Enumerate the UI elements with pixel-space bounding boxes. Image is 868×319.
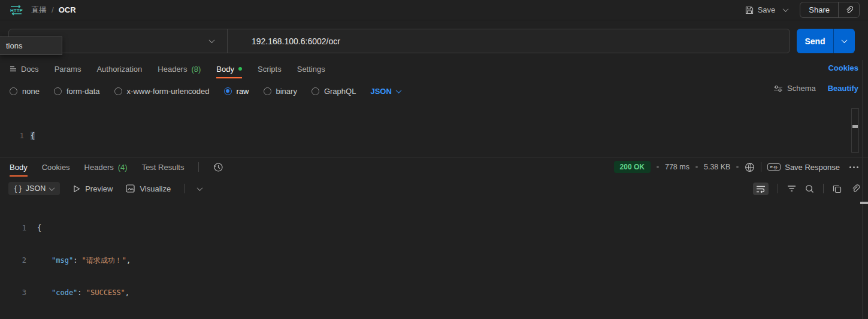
line-number: 2: [0, 255, 26, 266]
send-options-chevron[interactable]: [833, 29, 855, 53]
viewer-icon-toolbar: [753, 183, 860, 195]
status-badge[interactable]: 200 OK: [614, 161, 651, 173]
json-value: "SUCCESS": [86, 288, 125, 297]
response-tab-test-results[interactable]: Test Results: [142, 163, 185, 172]
radio-graphql[interactable]: GraphQL: [311, 87, 356, 96]
copy-link-button[interactable]: [838, 2, 859, 17]
beautify-button[interactable]: Beautify: [828, 84, 858, 93]
play-icon: [73, 185, 80, 193]
topbar-actions: Save Share: [745, 2, 860, 18]
save-label: Save: [758, 5, 776, 14]
response-body-viewer[interactable]: 1 { 2 "msg": "请求成功！", 3 "code": "SUCCESS…: [0, 201, 863, 319]
breadcrumb-separator: /: [52, 5, 54, 14]
send-button[interactable]: Send: [797, 29, 833, 53]
request-response-divider[interactable]: [0, 157, 868, 157]
tab-docs-label: Docs: [21, 65, 39, 74]
code-line: 3 "code": "SUCCESS",: [0, 287, 863, 298]
response-tab-cookies[interactable]: Cookies: [42, 163, 70, 172]
tab-scripts[interactable]: Scripts: [258, 65, 282, 74]
response-format-dropdown[interactable]: { } JSON: [8, 182, 60, 195]
tab-docs[interactable]: Docs: [10, 65, 39, 74]
response-header: Body Cookies Headers (4) Test Results 20…: [10, 158, 858, 176]
copy-icon[interactable]: [833, 184, 842, 193]
save-response-button[interactable]: e.g. Save Response: [767, 163, 840, 172]
divider: [198, 162, 199, 172]
editor-scrollbar[interactable]: [851, 108, 859, 153]
tab-body[interactable]: Body: [216, 65, 242, 74]
link-icon[interactable]: [851, 184, 860, 193]
response-size[interactable]: 5.38 KB: [704, 163, 730, 171]
format-chevron-icon: [49, 185, 55, 191]
raw-format-label: JSON: [370, 87, 391, 96]
save-button[interactable]: Save: [745, 5, 776, 14]
response-toolbar: { } JSON Preview Visualize: [8, 180, 860, 197]
radio-urlencoded[interactable]: x-www-form-urlencoded: [114, 87, 210, 96]
schema-button[interactable]: Schema: [773, 84, 816, 93]
image-icon: [126, 184, 135, 193]
radio-urlencoded-label: x-www-form-urlencoded: [127, 87, 210, 96]
body-type-options: none form-data x-www-form-urlencoded raw…: [10, 84, 401, 98]
tab-headers[interactable]: Headers (8): [158, 65, 201, 74]
example-icon: e.g.: [767, 163, 781, 171]
body-toolbar-right: Schema Beautify: [773, 84, 858, 93]
visualize-button[interactable]: Visualize: [126, 184, 171, 193]
response-tab-body[interactable]: Body: [10, 163, 28, 172]
divider: [823, 184, 824, 193]
wrap-text-icon[interactable]: [753, 183, 769, 195]
radio-none-label: none: [22, 87, 40, 96]
cookies-link[interactable]: Cookies: [828, 63, 858, 72]
response-scrollbar-handle[interactable]: [860, 202, 868, 204]
radio-selected-icon: [224, 87, 232, 95]
radio-form-data[interactable]: form-data: [54, 87, 100, 96]
url-input[interactable]: [228, 37, 790, 46]
save-dropdown-chevron-icon[interactable]: [783, 6, 789, 12]
json-value: "请求成功！": [82, 256, 126, 265]
radio-form-data-label: form-data: [66, 87, 100, 96]
fold-gutter: [26, 287, 37, 298]
line-number: 1: [0, 130, 24, 141]
request-tabs: Docs Params Authorization Headers (8) Bo…: [10, 61, 325, 77]
preview-button[interactable]: Preview: [73, 184, 113, 193]
network-globe-icon[interactable]: [745, 162, 755, 172]
response-tab-headers[interactable]: Headers (4): [84, 163, 128, 172]
tab-authorization[interactable]: Authorization: [96, 65, 142, 74]
floppy-icon: [745, 6, 754, 14]
save-response-label: Save Response: [785, 163, 840, 172]
code-line: 1 {: [0, 223, 863, 233]
radio-raw[interactable]: raw: [224, 87, 249, 96]
search-icon[interactable]: [805, 184, 814, 193]
response-meta: 200 OK 778 ms 5.38 KB e.g. Save Response: [614, 161, 858, 173]
radio-raw-label: raw: [237, 87, 249, 96]
radio-none[interactable]: none: [10, 87, 40, 96]
request-url-bar: POST: [8, 29, 790, 53]
scrollbar-handle[interactable]: [852, 125, 858, 128]
tab-headers-label: Headers: [158, 65, 187, 74]
paperclip-icon: [845, 6, 853, 14]
response-format-label: JSON: [26, 184, 46, 193]
http-request-icon: HTTP: [8, 5, 24, 16]
tab-params[interactable]: Params: [55, 65, 81, 74]
divider: [761, 162, 761, 172]
history-icon[interactable]: [213, 162, 223, 172]
share-button[interactable]: Share: [800, 2, 838, 17]
visualize-label: Visualize: [140, 184, 171, 193]
raw-format-dropdown[interactable]: JSON: [370, 87, 400, 96]
json-key: "code": [52, 288, 77, 297]
breadcrumb-parent[interactable]: 直播: [31, 5, 47, 16]
svg-text:HTTP: HTTP: [10, 8, 23, 13]
send-button-group: Send: [797, 29, 855, 53]
preview-label: Preview: [85, 184, 113, 193]
radio-binary[interactable]: binary: [264, 87, 297, 96]
headers-count-badge: (8): [191, 65, 201, 74]
filter-icon[interactable]: [787, 185, 796, 192]
right-panel-edge: [862, 60, 863, 319]
postman-window: HTTP 直播 / OCR Save Share POST: [0, 0, 868, 319]
viewer-more-chevron-icon[interactable]: [197, 185, 203, 191]
sliders-icon: [773, 85, 783, 92]
response-time[interactable]: 778 ms: [665, 163, 689, 171]
tab-settings[interactable]: Settings: [297, 65, 325, 74]
radio-circle-icon: [10, 87, 17, 95]
format-chevron-icon: [395, 87, 401, 93]
more-options-icon[interactable]: [849, 166, 858, 168]
request-body-editor[interactable]: 1 { 2 ····"img_url": "https://paddle-mod…: [0, 107, 848, 157]
